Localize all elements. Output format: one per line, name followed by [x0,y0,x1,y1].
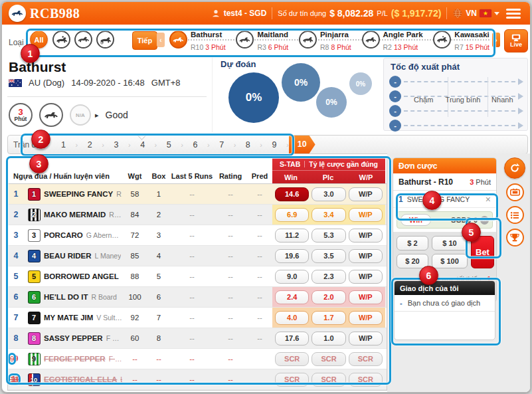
wp-odds-button[interactable]: W/P [349,290,383,304]
race-no: R2 [383,43,392,51]
refresh-button[interactable] [504,157,525,179]
chip-10-button[interactable]: $ 10 [432,236,468,250]
bet-type-pill[interactable]: Win [400,214,431,226]
race-list: Bathurst R103 Phút Maitland R36 Phút Pin… [169,28,489,52]
odds-label: Tỷ lệ cược gần đúng [309,160,378,168]
runner-row-4[interactable]: 4 4 BEAU RIDERL Maney 85 4 -- -- -- 19.6… [8,246,387,266]
lang-code: VN [466,9,477,18]
win-odds-button[interactable]: 17.6 [275,332,309,345]
results-button[interactable] [506,229,524,246]
plc-odds-button[interactable]: 1.7 [311,311,345,325]
race-item-angle-park[interactable]: Angle Park R213 Phút [362,28,423,52]
plc-odds-button[interactable]: 3.5 [311,249,345,263]
wp-odds-button[interactable]: W/P [349,208,383,222]
greyhound-icon [77,35,90,44]
hamburger-menu-button[interactable] [505,6,522,21]
chip-2-button[interactable]: $ 2 [397,236,428,250]
wp-odds-button[interactable]: W/P [349,311,383,325]
pred-cell: -- [247,293,272,301]
runner-row-7[interactable]: 7 7 MY MATE JIMV Sultana 92 7 -- -- -- 4… [8,308,387,328]
race-item-kawasaki[interactable]: Kawasaki R715 Phút [433,28,489,52]
win-odds-button[interactable]: 9.0 [275,270,309,284]
greyhound-icon [236,31,254,49]
speed-arrow-line [404,125,522,126]
plc-odds-button[interactable]: 3.4 [311,208,345,222]
tab-race-7[interactable]: 7 [210,140,234,149]
race-item-bathurst[interactable]: Bathurst R103 Phút [169,28,226,52]
callout-4: 4 [422,191,442,210]
runner-row-8[interactable]: 8 8 SASSY PEPPERF Jeffc... 60 8 -- -- --… [8,328,387,349]
race-no: R8 [320,43,329,51]
clear-amount-icon[interactable]: × [480,216,489,225]
col-box: Box [147,172,170,183]
race-item-pinjarra[interactable]: Pinjarra R88 Phút [299,28,351,52]
win-odds-button[interactable]: 19.6 [275,249,309,263]
runner-row-6[interactable]: 6 6 HE'LL DO ITR Board 100 6 -- -- -- 2.… [8,287,387,308]
tab-race-9[interactable]: 9 [262,140,286,149]
win-odds-button[interactable]: 6.9 [275,208,309,222]
pl-value: ($ 1,917.72) [391,8,442,19]
runner-row-10-scratched[interactable]: 10 10 EGOTISTICAL ELLAL... -- 10 -- -- -… [8,369,387,390]
tab-race-5[interactable]: 5 [157,140,181,149]
runner-row-2[interactable]: 2 2 MAKO MERMAIDR Br... 84 2 -- -- -- 6.… [8,205,387,225]
runner-row-1[interactable]: 1 1 SWEEPING FANCYR ... 58 1 -- -- -- 14… [8,184,387,205]
wp-odds-button: SCR [349,373,383,387]
race-card-button[interactable] [506,206,524,224]
runner-row-3[interactable]: 3 3 PORCAROG Abernethy 72 3 -- -- -- 11.… [8,225,387,246]
filter-horse-button[interactable] [52,31,70,49]
tab-race-3[interactable]: 3 [104,140,128,149]
win-odds-button[interactable]: 11.2 [275,229,309,243]
tab-race-1[interactable]: 1 [52,140,76,149]
tab-race-4[interactable]: 4 [131,140,155,149]
scroll-left-button[interactable]: ‹ [157,33,165,47]
globe-icon [452,8,463,19]
tab-race-2[interactable]: 2 [78,140,102,149]
saddle-cloth-10: 10 [28,373,41,386]
tab-race-8[interactable]: 8 [236,140,260,149]
trophy-icon [510,233,519,242]
runner-row-9-scratched[interactable]: 9 9 FERGIE PEPPERF Jeff... -- 9 -- -- --… [8,349,387,369]
callout-3: 3 [29,154,48,173]
runner-number: 8 [8,334,24,343]
plc-odds-button[interactable]: 1.0 [311,332,345,345]
race-item-maitland[interactable]: Maitland R36 Phút [236,28,288,52]
live-button[interactable]: Live [504,29,528,52]
wgt-cell: 72 [122,231,147,239]
wp-odds-button[interactable]: W/P [349,187,383,201]
next-races-button[interactable]: Tiếp [132,31,157,50]
wgt-cell: -- [122,375,147,383]
tab-race-6[interactable]: 6 [183,140,207,149]
my-transactions: Giao dịch của tôi - Bạn chưa có giao dịc… [394,280,495,340]
wp-odds-button[interactable]: W/P [349,229,383,243]
brand-logo[interactable]: RCB988 [2,5,80,22]
prediction-bubble: 0% [282,63,320,102]
win-odds-button[interactable]: 4.0 [275,311,309,325]
col-wgt: Wgt [122,172,147,183]
selection-name: SWEEPING FANCY [407,195,482,203]
win-odds-button[interactable]: 2.4 [275,290,309,304]
account-menu[interactable]: test4 - SGD [211,9,267,18]
remove-selection-button[interactable]: × [486,194,491,205]
scroll-right-button[interactable]: › [492,33,500,47]
plc-odds-button[interactable]: 5.3 [311,229,345,243]
wp-odds-button[interactable]: W/P [349,270,383,284]
countdown-badge: 3 Phút [9,103,33,127]
filter-greyhound-button[interactable] [74,31,92,49]
win-odds-button: SCR [275,352,309,366]
language-selector[interactable]: VN ★ [452,8,499,19]
last5-cell: -- [170,272,214,280]
bet-slip-race: Bathurst - R10 [399,177,453,187]
plc-odds-button[interactable]: 3.0 [311,187,345,201]
wp-odds-button[interactable]: W/P [349,249,383,263]
live-video-button[interactable] [506,183,524,201]
wp-odds-button[interactable]: W/P [349,332,383,345]
plc-odds-button[interactable]: 2.3 [311,270,345,284]
win-odds-button[interactable]: 14.6 [275,187,309,201]
chip-100-button[interactable]: $ 100 [432,254,468,268]
filter-harness-button[interactable] [96,31,114,49]
tab-race-10[interactable]: 10 [289,136,315,153]
runner-row-5[interactable]: 5 5 BORROWED ANGELM... 88 5 -- -- -- 9.0… [8,266,387,287]
plc-odds-button[interactable]: 2.0 [311,290,345,304]
runner-name: SASSY PEPPER [44,334,103,342]
runner-number: 6 [8,292,24,302]
